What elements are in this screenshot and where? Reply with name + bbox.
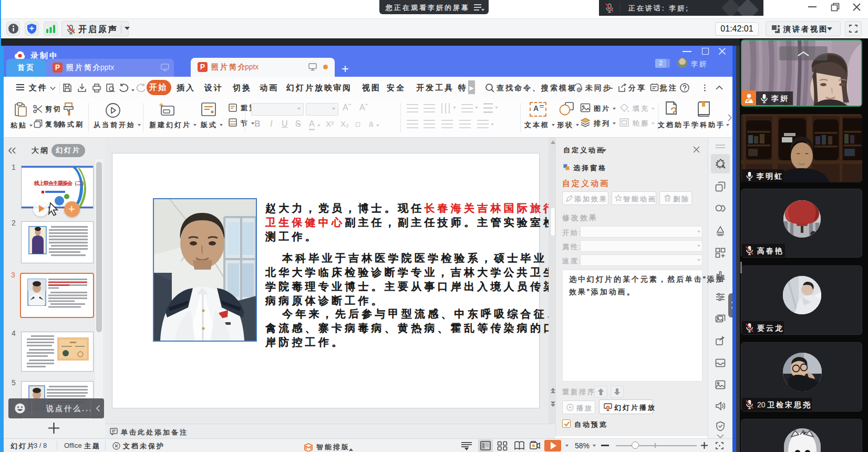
svg-text:线上联合主题振会（二）: 线上联合主题振会（二） [34,180,86,186]
